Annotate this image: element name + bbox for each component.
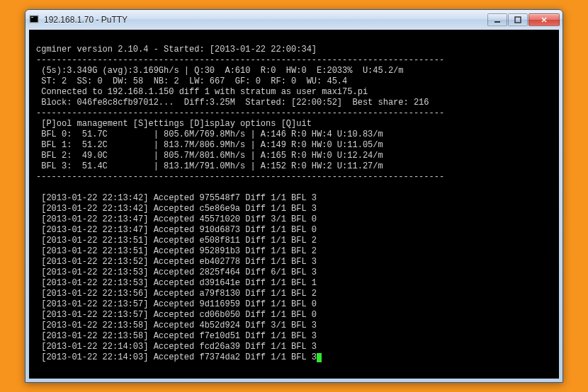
log-line: [2013-01-22 22:13:51] Accepted 952891b3 … [36, 246, 317, 256]
log-line: [2013-01-22 22:14:03] Accepted f7374da2 … [36, 352, 317, 362]
block-line: Block: 046fe8c8cfb97012... Diff:3.25M St… [36, 98, 429, 108]
window-title: 192.168.1.70 - PuTTY [44, 15, 487, 25]
putty-window: 192.168.1.70 - PuTTY cgminer version 2.1… [25, 9, 563, 383]
window-controls [487, 13, 560, 26]
stats-line-1: (5s):3.349G (avg):3.169Gh/s | Q:30 A:610… [36, 66, 403, 76]
log-line: [2013-01-22 22:13:57] Accepted 9d116959 … [36, 299, 317, 309]
separator: ----------------------------------------… [36, 55, 444, 65]
log-line: [2013-01-22 22:14:03] Accepted fcd26a39 … [36, 342, 317, 352]
minimize-button[interactable] [487, 13, 507, 26]
svg-rect-2 [31, 17, 33, 18]
log-line: [2013-01-22 22:13:42] Accepted c5e86e9a … [36, 204, 317, 214]
separator: ----------------------------------------… [36, 172, 444, 182]
stats-line-2: ST: 2 SS: 0 DW: 58 NB: 2 LW: 667 GF: 0 R… [36, 76, 347, 86]
log-line: [2013-01-22 22:13:58] Accepted 4b52d924 … [36, 321, 317, 330]
titlebar[interactable]: 192.168.1.70 - PuTTY [26, 10, 562, 30]
log-line: [2013-01-22 22:13:56] Accepted a79f8130 … [36, 289, 317, 299]
device-line: BFL 3: 51.4C | 813.1M/791.0Mh/s | A:152 … [36, 161, 383, 171]
close-button[interactable] [528, 13, 560, 26]
log-line: [2013-01-22 22:13:47] Accepted 910d6873 … [36, 225, 317, 235]
device-line: BFL 0: 51.7C | 805.6M/769.8Mh/s | A:146 … [36, 129, 383, 139]
svg-rect-3 [494, 21, 500, 23]
header-line: cgminer version 2.10.4 - Started: [2013-… [36, 45, 317, 54]
log-line: [2013-01-22 22:13:53] Accepted d391641e … [36, 278, 317, 288]
device-line: BFL 1: 51.2C | 813.7M/806.9Mh/s | A:149 … [36, 140, 383, 150]
maximize-button[interactable] [508, 13, 528, 26]
log-line: [2013-01-22 22:13:53] Accepted 2825f464 … [36, 267, 317, 277]
terminal-cursor [317, 353, 322, 362]
log-line: [2013-01-22 22:13:42] Accepted 975548f7 … [36, 193, 317, 203]
device-line: BFL 2: 49.0C | 805.7M/801.6Mh/s | A:165 … [36, 151, 383, 161]
terminal-output[interactable]: cgminer version 2.10.4 - Started: [2013-… [29, 30, 559, 379]
connection-line: Connected to 192.168.1.150 diff 1 with s… [36, 87, 368, 97]
putty-icon [28, 14, 40, 25]
log-line: [2013-01-22 22:13:51] Accepted e508f811 … [36, 236, 317, 246]
menu-line: [P]ool management [S]ettings [D]isplay o… [36, 119, 312, 129]
log-line: [2013-01-22 22:13:58] Accepted f7e10d51 … [36, 331, 317, 341]
log-line: [2013-01-22 22:13:57] Accepted cd06b050 … [36, 310, 317, 320]
separator: ----------------------------------------… [36, 108, 444, 118]
log-line: [2013-01-22 22:13:52] Accepted eb402778 … [36, 257, 317, 267]
log-line: [2013-01-22 22:13:47] Accepted 45571020 … [36, 214, 317, 224]
svg-rect-4 [515, 17, 521, 23]
